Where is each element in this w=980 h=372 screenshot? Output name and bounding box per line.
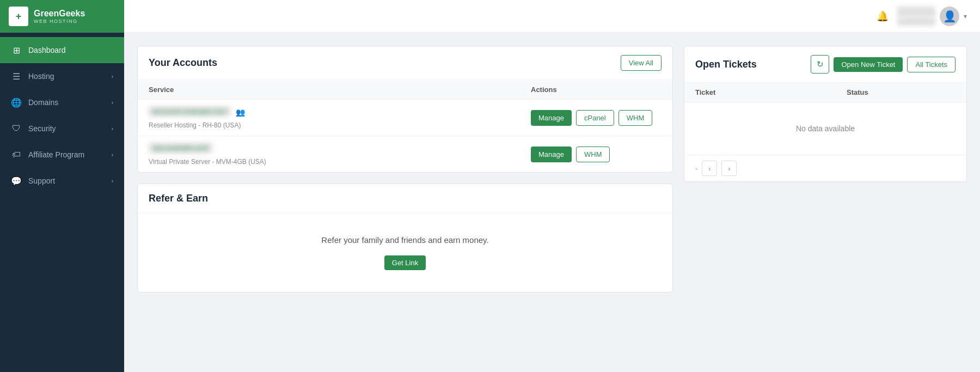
logo-main-text: GreenGeeks [34, 9, 85, 19]
whm-button[interactable]: WHM [576, 147, 610, 162]
refer-card-title: Refer & Earn [149, 193, 208, 204]
service-info: vps.example.com Virtual Private Server -… [149, 143, 531, 166]
chevron-right-icon: › [112, 178, 113, 184]
refresh-icon: ↻ [817, 59, 824, 69]
manage-button[interactable]: Manage [531, 147, 572, 162]
sidebar: + GreenGeeks WEB HOSTING ⊞ Dashboard ☰ H… [0, 0, 124, 372]
service-description: Reseller Hosting - RH-80 (USA) [149, 121, 241, 129]
accounts-card-title: Your Accounts [149, 57, 217, 69]
chevron-down-icon: ▾ [964, 13, 967, 20]
sidebar-item-support[interactable]: 💬 Support › [0, 168, 124, 194]
pagination-next-button[interactable]: › [721, 161, 737, 176]
avatar: 👤 [940, 7, 959, 26]
service-name: vps.example.com [149, 143, 212, 153]
sidebar-item-domains[interactable]: 🌐 Domains › [0, 89, 124, 115]
domains-icon: 🌐 [11, 97, 22, 108]
refer-text: Refer your family and friends and earn m… [149, 235, 661, 245]
sidebar-item-label: Affiliate Program [28, 150, 105, 159]
sidebar-item-label: Support [28, 176, 105, 185]
view-all-button[interactable]: View All [621, 55, 661, 71]
tickets-card-title: Open Tickets [695, 59, 757, 70]
table-row: vps.example.com Virtual Private Server -… [138, 136, 672, 172]
logo-icon: + [9, 7, 28, 26]
status-column-header: Status [847, 88, 955, 96]
content-area: Your Accounts View All Service Actions a… [124, 33, 980, 372]
refer-card-body: Refer your family and friends and earn m… [138, 214, 672, 292]
sidebar-item-label: Domains [28, 98, 105, 107]
chevron-right-icon: › [112, 100, 113, 106]
right-column: Open Tickets ↻ Open New Ticket All Ticke… [684, 46, 967, 182]
sidebar-item-security[interactable]: 🛡 Security › [0, 115, 124, 142]
sidebar-item-dashboard[interactable]: ⊞ Dashboard [0, 37, 124, 63]
notification-bell-icon[interactable]: 🔔 [877, 10, 889, 22]
username [897, 7, 935, 17]
tickets-table-head: Ticket Status [684, 83, 966, 102]
hosting-icon: ☰ [11, 71, 22, 82]
whm-button[interactable]: WHM [618, 110, 653, 126]
main: 🔔 👤 ▾ Your Accounts View All [124, 0, 980, 372]
sidebar-item-affiliate[interactable]: 🏷 Affiliate Program › [0, 142, 124, 168]
user-menu[interactable]: 👤 ▾ [897, 7, 967, 26]
all-tickets-button[interactable]: All Tickets [907, 57, 955, 72]
security-icon: 🛡 [11, 123, 22, 134]
action-buttons: Manage WHM [531, 147, 661, 162]
table-row: account1.example.com 👥 Reseller Hosting … [138, 100, 672, 136]
left-column: Your Accounts View All Service Actions a… [137, 46, 673, 292]
dashboard-icon: ⊞ [11, 45, 22, 56]
affiliate-icon: 🏷 [11, 149, 22, 160]
open-new-ticket-button[interactable]: Open New Ticket [834, 57, 903, 72]
header: 🔔 👤 ▾ [124, 0, 980, 33]
chevron-right-icon: › [112, 74, 113, 80]
pagination-info: - [695, 164, 697, 173]
sidebar-item-label: Hosting [28, 72, 105, 81]
action-buttons: Manage cPanel WHM [531, 110, 661, 126]
chevron-left-icon: ‹ [708, 164, 710, 173]
chevron-right-icon: › [112, 126, 113, 132]
tickets-card-header: Open Tickets ↻ Open New Ticket All Ticke… [684, 46, 966, 83]
refresh-button[interactable]: ↻ [811, 55, 829, 74]
service-info: account1.example.com 👥 Reseller Hosting … [149, 106, 531, 129]
chevron-right-icon: › [112, 152, 113, 158]
refer-earn-card: Refer & Earn Refer your family and frien… [137, 184, 673, 292]
tickets-card: Open Tickets ↻ Open New Ticket All Ticke… [684, 46, 967, 182]
group-icon: 👥 [236, 108, 245, 117]
logo[interactable]: + GreenGeeks WEB HOSTING [0, 0, 124, 33]
cpanel-button[interactable]: cPanel [576, 110, 614, 126]
support-icon: 💬 [11, 175, 22, 186]
actions-column-header: Actions [531, 86, 661, 94]
user-email [897, 17, 935, 26]
tickets-header-buttons: ↻ Open New Ticket All Tickets [811, 55, 955, 74]
ticket-column-header: Ticket [695, 88, 847, 96]
accounts-card: Your Accounts View All Service Actions a… [137, 46, 673, 173]
get-link-button[interactable]: Get Link [384, 255, 426, 270]
sidebar-item-hosting[interactable]: ☰ Hosting › [0, 63, 124, 89]
tickets-pagination: - ‹ › [684, 155, 966, 181]
sidebar-item-label: Dashboard [28, 46, 113, 54]
sidebar-item-label: Security [28, 124, 105, 133]
pagination-prev-button[interactable]: ‹ [702, 161, 717, 176]
tickets-empty-state: No data available [684, 102, 966, 155]
chevron-right-icon: › [728, 164, 730, 173]
accounts-card-header: Your Accounts View All [138, 46, 672, 80]
user-info [897, 7, 935, 26]
logo-sub-text: WEB HOSTING [34, 19, 85, 24]
service-description: Virtual Private Server - MVM-4GB (USA) [149, 158, 266, 166]
accounts-table: Service Actions account1.example.com 👥 R… [138, 80, 672, 172]
accounts-table-head: Service Actions [138, 80, 672, 100]
manage-button[interactable]: Manage [531, 110, 572, 126]
service-name: account1.example.com [149, 106, 230, 117]
logo-text: GreenGeeks WEB HOSTING [34, 9, 85, 24]
refer-card-header: Refer & Earn [138, 184, 672, 214]
service-column-header: Service [149, 86, 531, 94]
sidebar-nav: ⊞ Dashboard ☰ Hosting › 🌐 Domains › 🛡 Se… [0, 33, 124, 194]
